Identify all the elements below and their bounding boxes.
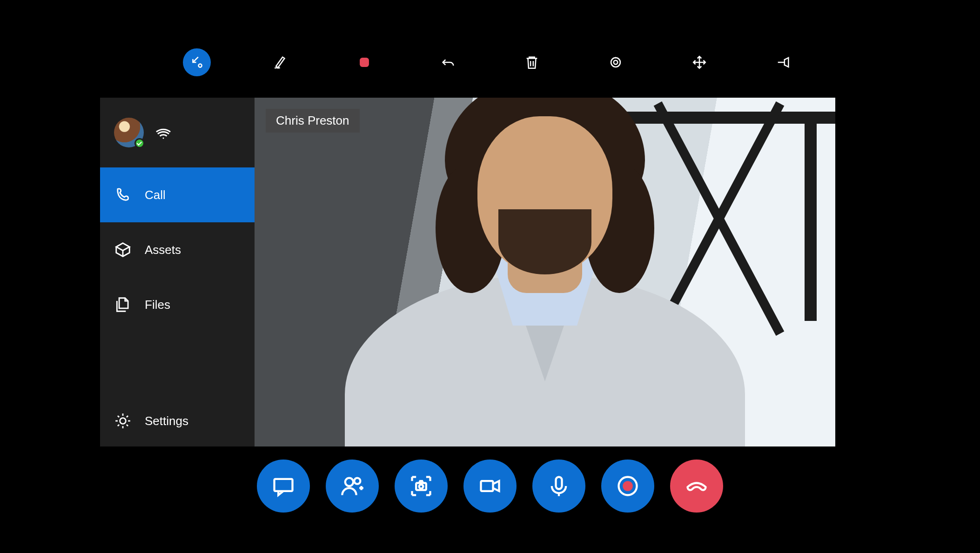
video-icon: [478, 474, 502, 498]
chat-icon: [271, 474, 295, 498]
profile-area: [100, 98, 255, 167]
target-icon: [608, 54, 624, 70]
svg-point-15: [623, 481, 633, 491]
svg-point-4: [615, 57, 616, 58]
svg-rect-1: [360, 58, 369, 67]
mic-icon: [547, 474, 571, 498]
move-icon: [691, 54, 707, 70]
sidebar-item-label: Call: [145, 188, 166, 202]
remote-participant: [354, 186, 736, 446]
stop-button[interactable]: [350, 48, 378, 76]
sidebar: Call Assets Files Settings: [100, 98, 255, 446]
undo-button[interactable]: [434, 48, 462, 76]
chat-button[interactable]: [257, 460, 310, 513]
phone-icon: [114, 186, 132, 204]
collapse-button[interactable]: [183, 48, 211, 76]
add-participant-button[interactable]: [326, 460, 379, 513]
sidebar-item-files[interactable]: Files: [100, 277, 255, 332]
presence-available-icon: [134, 138, 145, 148]
ink-icon: [273, 54, 289, 70]
avatar[interactable]: [114, 118, 144, 147]
pin-icon: [775, 54, 791, 70]
video-button[interactable]: [463, 460, 517, 513]
participant-name: Chris Preston: [276, 113, 349, 127]
sidebar-item-label: Assets: [145, 243, 181, 257]
mic-button[interactable]: [532, 460, 585, 513]
svg-rect-13: [556, 477, 562, 489]
capture-button[interactable]: [395, 460, 448, 513]
record-icon: [616, 474, 640, 498]
sidebar-nav: Call Assets Files: [100, 167, 255, 332]
camera-capture-icon: [409, 474, 433, 498]
svg-rect-7: [275, 479, 293, 491]
delete-button[interactable]: [518, 48, 546, 76]
svg-rect-12: [481, 481, 493, 491]
trash-icon: [524, 54, 540, 70]
focus-button[interactable]: [602, 48, 630, 76]
files-icon: [114, 296, 132, 313]
pin-button[interactable]: [769, 48, 797, 76]
sidebar-item-settings[interactable]: Settings: [100, 395, 255, 446]
undo-icon: [440, 54, 456, 70]
hang-up-icon: [685, 474, 709, 498]
participant-name-tag: Chris Preston: [266, 109, 360, 133]
sidebar-item-label: Settings: [145, 414, 188, 428]
move-button[interactable]: [685, 48, 713, 76]
network-status-icon: [155, 123, 172, 143]
video-feed: Chris Preston: [255, 98, 835, 446]
svg-point-9: [354, 478, 360, 484]
collapse-icon: [189, 54, 205, 70]
call-controls: [0, 460, 980, 513]
svg-point-0: [199, 64, 202, 67]
svg-point-3: [614, 60, 618, 65]
stop-icon: [356, 54, 372, 70]
svg-point-6: [120, 418, 126, 424]
top-toolbar: [0, 44, 980, 81]
svg-point-8: [345, 478, 353, 486]
sidebar-item-label: Files: [145, 298, 170, 312]
record-button[interactable]: [601, 460, 654, 513]
box-icon: [114, 241, 132, 259]
main-panel: Call Assets Files Settings: [100, 98, 835, 446]
gear-icon: [114, 412, 132, 430]
svg-point-2: [611, 58, 620, 67]
end-call-button[interactable]: [670, 460, 723, 513]
ink-button[interactable]: [267, 48, 295, 76]
sidebar-item-call[interactable]: Call: [100, 167, 255, 222]
add-person-icon: [340, 474, 364, 498]
sidebar-item-assets[interactable]: Assets: [100, 222, 255, 277]
svg-point-11: [419, 485, 423, 489]
svg-point-5: [163, 137, 164, 139]
